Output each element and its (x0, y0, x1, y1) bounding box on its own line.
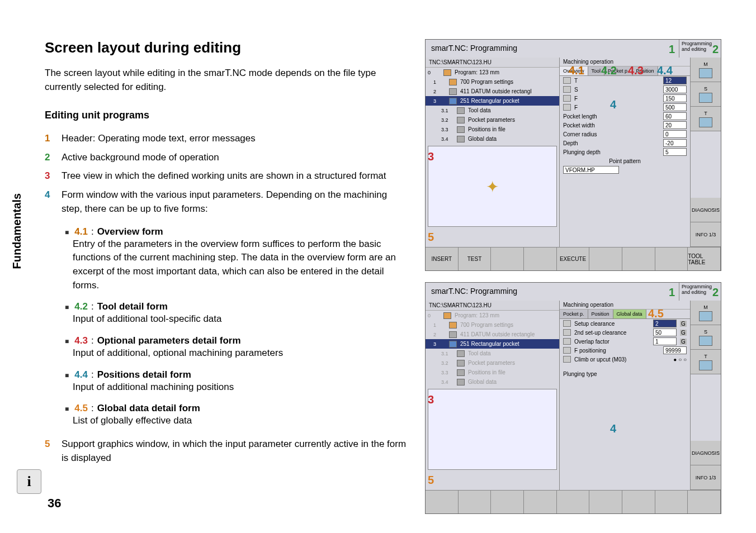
tree-label: Tool data (468, 350, 491, 356)
tree-sub: 2 (433, 332, 446, 337)
tree-row[interactable]: 3.1Tool data (426, 349, 559, 358)
right-btn-label: M (703, 304, 708, 310)
tree-row[interactable]: 3.2Pocket parameters (426, 358, 559, 368)
form-tab[interactable]: Pocket p. (560, 310, 588, 318)
tree-icon (457, 350, 465, 357)
tree-row[interactable]: 3.4Global data (426, 377, 559, 387)
row-value[interactable]: 5 (663, 148, 687, 156)
row-label: S (574, 87, 660, 93)
sub-heading: Editing unit programs (45, 110, 408, 121)
row-value[interactable]: 150 (663, 94, 687, 102)
list-item: 4Form window with the various input para… (45, 188, 408, 216)
tree-row[interactable]: 3.4Global data (426, 134, 559, 144)
tree-row[interactable]: 2411 DATUM outside rectangl (426, 87, 559, 96)
right-button[interactable]: M (691, 58, 721, 82)
tree-row[interactable]: 3.3Positions in file (426, 368, 559, 377)
tree-row[interactable]: 1700 Program settings (426, 320, 559, 330)
bottom-button[interactable] (459, 491, 492, 513)
support-graphics: ✦ (428, 146, 557, 227)
numbered-list-tail: 5 Support graphics window, in which the … (45, 437, 408, 465)
tree-label: Global data (468, 379, 497, 385)
form-row: Corner radius0 (560, 130, 690, 139)
right-button[interactable]: S (691, 325, 721, 350)
bottom-button[interactable] (655, 491, 688, 513)
form-row: Overlap factor1G (560, 337, 690, 346)
bullet-marker: ■ (65, 229, 69, 236)
marker-45: 4.5 (648, 307, 664, 320)
tree-row[interactable]: 3251 Rectangular pocket (426, 339, 559, 349)
right-btn-label: S (704, 86, 707, 92)
row-value[interactable]: 0 (663, 130, 687, 138)
form-row: Pocket width20 (560, 121, 690, 130)
bottom-button[interactable] (524, 248, 557, 270)
bottom-button[interactable] (491, 491, 524, 513)
row-value[interactable]: 12 (663, 77, 687, 84)
bottom-button[interactable] (491, 248, 524, 270)
bottom-button[interactable] (622, 491, 655, 513)
sub-desc: Input of additional machining positions (73, 380, 408, 394)
tree-icon (449, 331, 457, 338)
row-value[interactable]: 2 (653, 320, 677, 327)
right-button[interactable]: T (691, 107, 721, 131)
row-value[interactable]: 3000 (663, 85, 687, 93)
list-number: 4 (45, 188, 55, 216)
bottom-button[interactable] (589, 491, 622, 513)
tree-row[interactable]: 0Program: 123 mm (426, 311, 559, 320)
right-button[interactable]: T (691, 350, 721, 374)
form-panel: Machining operation OverviewToolPocket p… (560, 58, 690, 247)
right-btn-icon (699, 311, 712, 321)
vform-field[interactable]: VFORM.HP (563, 166, 619, 174)
row-label: F (574, 96, 660, 102)
row-value[interactable]: 20 (663, 121, 687, 129)
marker-42: 4.2 (601, 64, 617, 77)
sub-desc: List of globally effective data (73, 414, 408, 428)
row-value[interactable]: 500 (663, 103, 687, 111)
tree-row[interactable]: 3.1Tool data (426, 106, 559, 115)
tree-sub: 3.3 (441, 370, 453, 375)
bottom-button[interactable] (655, 248, 688, 270)
bottom-button[interactable]: TEST (459, 248, 492, 270)
tree-icon (457, 379, 465, 386)
bottom-button[interactable] (524, 491, 557, 513)
right-button[interactable]: S (691, 82, 721, 107)
tree-row[interactable]: 0Program: 123 mm (426, 68, 559, 77)
info-button[interactable]: INFO 1/3 (691, 465, 721, 490)
support-graphics (428, 389, 557, 470)
row-label: Climb or upcut (M03) (574, 356, 670, 363)
tree-sub: 3.2 (441, 360, 453, 366)
tree-row[interactable]: 3251 Rectangular pocket (426, 96, 559, 106)
form-tab[interactable]: Position (588, 310, 613, 318)
row-value[interactable]: 99999 (663, 346, 687, 354)
right-toolbar: MSTDIAGNOSISINFO 1/3 (690, 301, 721, 490)
bottom-button[interactable] (426, 491, 459, 513)
colon: : (91, 301, 94, 312)
diagnosis-button[interactable]: DIAGNOSIS (691, 441, 721, 465)
form-tab[interactable]: Global data (613, 310, 646, 318)
row-value[interactable]: 60 (663, 112, 687, 120)
radio-group[interactable]: ● ○ ○ (673, 356, 687, 363)
tree-row[interactable]: 1700 Program settings (426, 77, 559, 87)
bottom-button[interactable] (622, 248, 655, 270)
sub-item: ■4.1: Overview formEntry of the paramete… (65, 226, 408, 293)
tree-row[interactable]: 3.2Pocket parameters (426, 115, 559, 125)
tree-icon (449, 98, 457, 104)
tree-icon (457, 117, 465, 123)
row-icon (563, 77, 571, 84)
bottom-button[interactable]: TOOL TABLE (688, 248, 721, 270)
bottom-button[interactable]: EXECUTE (557, 248, 590, 270)
tree-row[interactable]: 3.3Positions in file (426, 125, 559, 134)
row-value[interactable]: 50 (653, 329, 677, 336)
bottom-button[interactable]: INSERT (426, 248, 459, 270)
diagnosis-button[interactable]: DIAGNOSIS (691, 198, 721, 222)
info-button[interactable]: INFO 1/3 (691, 222, 721, 247)
tree-row[interactable]: 2411 DATUM outside rectangle (426, 330, 559, 339)
bottom-button[interactable] (688, 491, 721, 513)
bottom-button[interactable] (589, 248, 622, 270)
list-item: 1Header: Operating mode text, error mess… (45, 131, 408, 146)
row-value[interactable]: 1 (653, 337, 677, 345)
sub-item: ■4.5: Global data detail formList of glo… (65, 403, 408, 428)
right-button[interactable]: M (691, 301, 721, 325)
row-value[interactable]: -20 (663, 139, 687, 147)
tree-icon (449, 79, 457, 85)
bottom-button[interactable] (557, 491, 590, 513)
